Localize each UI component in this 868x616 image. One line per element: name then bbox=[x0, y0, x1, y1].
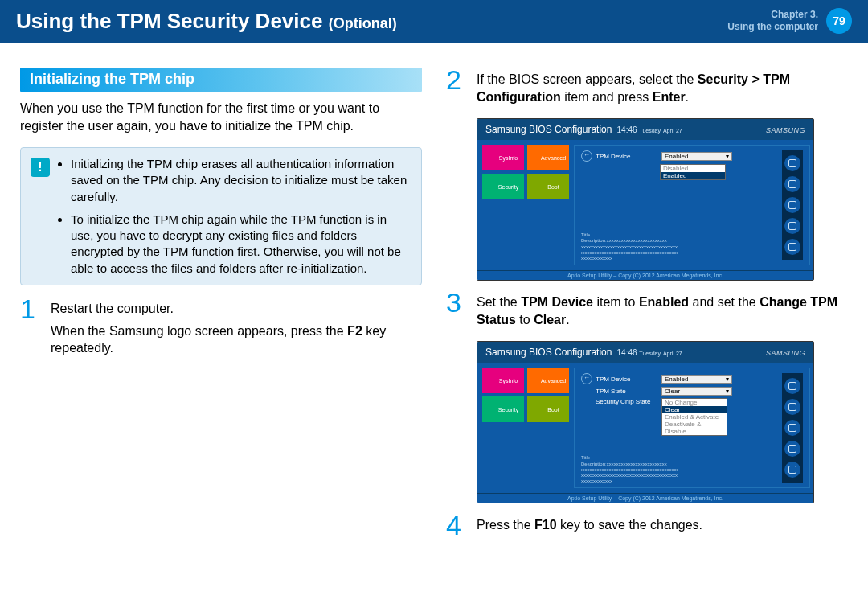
bios-date: Tuesday, April 27 bbox=[639, 351, 682, 356]
info-bullet: Initializing the TPM chip erases all aut… bbox=[71, 156, 410, 205]
restore-icon bbox=[784, 197, 800, 213]
key-label: Enter bbox=[653, 90, 686, 104]
bios-field-label: Security Chip State bbox=[596, 398, 658, 405]
bios-dropdown-options: No Change Clear Enabled & Activate Deact… bbox=[661, 398, 727, 436]
bios-dock bbox=[782, 373, 803, 483]
bios-date: Tuesday, April 27 bbox=[639, 128, 682, 133]
bios-select: Enabled▾ bbox=[661, 375, 732, 384]
bios-option: Disabled bbox=[661, 165, 725, 172]
step-line: When the Samsung logo screen appears, pr… bbox=[51, 322, 422, 357]
bios-select: Enabled▾ bbox=[661, 152, 732, 161]
page-number-badge: 79 bbox=[826, 8, 852, 34]
step-content: Set the TPM Device item to Enabled and s… bbox=[477, 290, 848, 333]
section-heading: Initializing the TPM chip bbox=[20, 68, 422, 92]
step-line: Set the TPM Device item to Enabled and s… bbox=[477, 294, 848, 328]
key-label: F2 bbox=[347, 324, 362, 338]
bios-description: Title Description:xxxxxxxxxxxxxxxxxxxxxx… bbox=[581, 232, 678, 261]
page-title: Using the TPM Security Device (Optional) bbox=[16, 9, 397, 34]
step-line: Restart the computer. bbox=[51, 300, 422, 318]
bios-field-row: ← TPM Device Enabled▾ bbox=[581, 150, 782, 162]
info-bullet: To initialize the TPM chip again while t… bbox=[71, 211, 410, 277]
info-bullet-list: Initializing the TPM chip erases all aut… bbox=[58, 156, 410, 277]
step-1: 1 Restart the computer. When the Samsung… bbox=[20, 297, 422, 362]
bios-title: Samsung BIOS Configuration bbox=[485, 124, 612, 135]
title-main: Using the TPM Security Device bbox=[16, 9, 322, 33]
bios-tile-nav: SysInfo Advanced Security Boot bbox=[477, 363, 574, 493]
bios-option: No Change bbox=[662, 399, 727, 406]
bios-tile-advanced: Advanced bbox=[527, 368, 569, 393]
bios-dropdown-options: Disabled Enabled bbox=[660, 164, 726, 180]
bios-option-selected: Clear bbox=[662, 406, 727, 413]
title-subtitle: (Optional) bbox=[329, 15, 397, 31]
chapter-line1: Chapter 3. bbox=[727, 9, 818, 21]
back-arrow-icon: ← bbox=[581, 150, 592, 162]
help-icon bbox=[784, 155, 800, 171]
save-icon bbox=[784, 218, 800, 234]
bios-screenshot-1: Samsung BIOS Configuration 14:46 Tuesday… bbox=[477, 118, 814, 281]
step-line: If the BIOS screen appears, select the S… bbox=[477, 71, 848, 105]
bios-field-row: TPM State Clear▾ bbox=[581, 387, 782, 396]
step-number: 4 bbox=[446, 513, 469, 539]
step-content: Restart the computer. When the Samsung l… bbox=[51, 297, 422, 362]
ui-term: Enabled bbox=[639, 295, 689, 309]
samsung-logo: SAMSUNG bbox=[766, 349, 805, 357]
bios-tile-security: Security bbox=[482, 396, 524, 422]
bios-field-row: Security Chip State No Change Clear Enab… bbox=[581, 398, 782, 436]
exit-icon bbox=[784, 462, 800, 478]
help-icon bbox=[784, 378, 800, 394]
bios-body: SysInfo Advanced Security Boot ← TPM Dev… bbox=[477, 140, 813, 270]
step-2: 2 If the BIOS screen appears, select the… bbox=[446, 68, 848, 110]
ui-term: Clear bbox=[534, 313, 566, 326]
save-icon bbox=[784, 441, 800, 457]
right-column: 2 If the BIOS screen appears, select the… bbox=[446, 68, 848, 547]
bios-time: 14:46 bbox=[617, 348, 637, 357]
chevron-down-icon: ▾ bbox=[726, 388, 729, 395]
chapter-block-wrap: Chapter 3. Using the computer 79 bbox=[727, 8, 852, 34]
bios-tile-boot: Boot bbox=[527, 396, 569, 422]
bios-tile-sysinfo: SysInfo bbox=[482, 368, 524, 393]
intro-paragraph: When you use the TPM function for the fi… bbox=[20, 100, 422, 134]
bios-field-label: TPM Device bbox=[596, 376, 658, 383]
back-arrow-icon: ← bbox=[581, 373, 592, 384]
bios-option-selected: Enabled bbox=[661, 172, 725, 179]
step-3: 3 Set the TPM Device item to Enabled and… bbox=[446, 290, 848, 333]
bios-option: Deactivate & Disable bbox=[662, 421, 727, 435]
step-4: 4 Press the F10 key to save the changes. bbox=[446, 513, 848, 539]
page-header: Using the TPM Security Device (Optional)… bbox=[0, 0, 868, 43]
step-line: Press the F10 key to save the changes. bbox=[477, 516, 848, 534]
step-number: 2 bbox=[446, 68, 469, 110]
bios-field-label: TPM Device bbox=[596, 153, 658, 160]
bios-footer: Aptio Setup Utility – Copy (C) 2012 Amer… bbox=[477, 493, 813, 503]
bios-main-panel: ← TPM Device Enabled▾ TPM State Clear▾ bbox=[574, 368, 810, 488]
left-column: Initializing the TPM chip When you use t… bbox=[20, 68, 422, 547]
bios-tile-nav: SysInfo Advanced Security Boot bbox=[477, 140, 574, 270]
bios-title: Samsung BIOS Configuration bbox=[485, 347, 612, 358]
bios-select: Clear▾ bbox=[661, 387, 732, 396]
page-body: Initializing the TPM chip When you use t… bbox=[0, 43, 868, 555]
step-number: 1 bbox=[20, 297, 43, 362]
step-number: 3 bbox=[446, 290, 469, 333]
chevron-down-icon: ▾ bbox=[726, 153, 729, 160]
bios-description: Title Description:xxxxxxxxxxxxxxxxxxxxxx… bbox=[581, 455, 678, 484]
samsung-logo: SAMSUNG bbox=[766, 126, 805, 134]
key-label: F10 bbox=[534, 518, 557, 532]
bios-dock bbox=[782, 150, 803, 260]
exit-icon bbox=[784, 239, 800, 255]
chapter-line2: Using the computer bbox=[727, 21, 818, 33]
step-content: If the BIOS screen appears, select the S… bbox=[477, 68, 848, 110]
bios-field-row: ← TPM Device Enabled▾ bbox=[581, 373, 782, 384]
step-content: Press the F10 key to save the changes. bbox=[477, 513, 848, 539]
alert-icon: ! bbox=[31, 158, 50, 177]
bios-tile-security: Security bbox=[482, 174, 524, 199]
bios-option: Enabled & Activate bbox=[662, 413, 727, 421]
bios-field-label: TPM State bbox=[596, 388, 658, 395]
chevron-down-icon: ▾ bbox=[726, 376, 729, 383]
bios-tile-advanced: Advanced bbox=[527, 145, 569, 170]
bios-body: SysInfo Advanced Security Boot ← TPM Dev… bbox=[477, 363, 813, 493]
bios-screenshot-2: Samsung BIOS Configuration 14:46 Tuesday… bbox=[477, 341, 814, 503]
ui-term: TPM Device bbox=[521, 295, 593, 309]
bios-titlebar: Samsung BIOS Configuration 14:46 Tuesday… bbox=[477, 342, 813, 363]
default-icon bbox=[784, 176, 800, 192]
chapter-block: Chapter 3. Using the computer bbox=[727, 9, 818, 33]
bios-footer: Aptio Setup Utility – Copy (C) 2012 Amer… bbox=[477, 270, 813, 280]
